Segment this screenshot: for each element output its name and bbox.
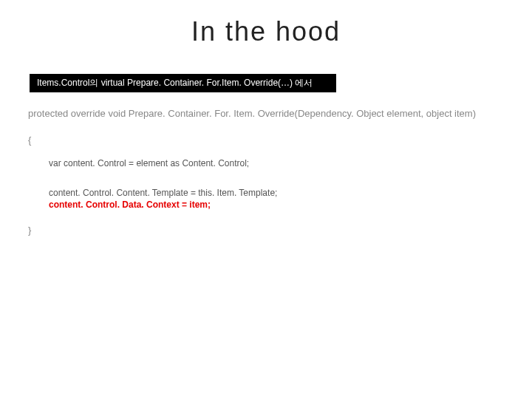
slide: In the hood Items.Control의 virtual Prepa… — [0, 0, 532, 399]
brace-close: } — [28, 225, 31, 236]
method-signature: protected override void Prepare. Contain… — [28, 106, 504, 121]
code-line-2: content. Control. Content. Template = th… — [49, 188, 277, 198]
slide-title: In the hood — [0, 16, 532, 47]
code-line-1: var content. Control = element as Conten… — [49, 158, 249, 168]
code-line-3-highlight: content. Control. Data. Context = item; — [49, 200, 211, 210]
brace-open: { — [28, 134, 31, 146]
label-bar: Items.Control의 virtual Prepare. Containe… — [30, 74, 336, 92]
